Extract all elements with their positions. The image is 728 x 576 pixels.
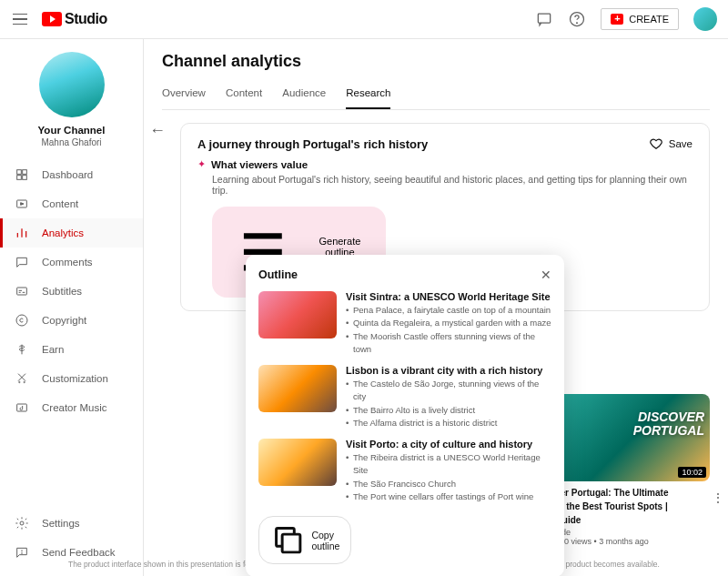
outline-thumb	[258, 365, 337, 412]
sidebar-item-content[interactable]: Content	[0, 189, 143, 218]
svg-rect-0	[539, 14, 551, 23]
svg-point-13	[20, 521, 24, 525]
svg-point-14	[22, 553, 23, 554]
comments-icon	[15, 255, 29, 269]
sidebar-item-copyright[interactable]: Copyright	[0, 306, 143, 335]
svg-rect-3	[17, 170, 22, 175]
tab-overview[interactable]: Overview	[162, 82, 206, 109]
feedback-icon	[15, 545, 29, 560]
video-card[interactable]: DISCOVERPORTUGAL 10:02 ver Portugal: The…	[555, 394, 710, 546]
svg-point-2	[577, 23, 578, 24]
create-video-icon	[611, 14, 623, 25]
outline-item: Lisbon is a vibrant city with a rich his…	[258, 365, 551, 429]
svg-rect-8	[17, 288, 27, 295]
app-header: Studio CREATE	[0, 0, 728, 39]
channel-title: Your Channel	[0, 125, 143, 136]
save-button[interactable]: Save	[649, 136, 693, 151]
help-icon[interactable]	[568, 10, 586, 28]
svg-point-11	[24, 381, 25, 382]
sparkle-icon: ✦	[197, 158, 206, 170]
sidebar-item-dashboard[interactable]: Dashboard	[0, 160, 143, 189]
sidebar: Your Channel Mahna Ghafori Dashboard Con…	[0, 39, 144, 576]
analytics-icon	[15, 226, 29, 240]
content-icon	[15, 197, 29, 211]
outline-thumb	[258, 291, 337, 339]
copy-icon	[270, 522, 306, 558]
sidebar-item-settings[interactable]: Settings	[0, 509, 143, 538]
value-title: What viewers value	[211, 159, 308, 170]
svg-point-9	[16, 315, 27, 326]
copy-outline-button[interactable]: Copy outline	[258, 516, 351, 564]
create-button[interactable]: CREATE	[601, 8, 679, 30]
copyright-icon	[15, 313, 29, 328]
chat-icon[interactable]	[535, 10, 553, 28]
channel-avatar	[39, 52, 105, 117]
music-icon	[15, 400, 29, 415]
user-avatar[interactable]	[693, 7, 717, 31]
studio-logo[interactable]: Studio	[42, 11, 107, 27]
popup-title: Outline	[258, 268, 298, 281]
tab-content[interactable]: Content	[226, 82, 262, 109]
outline-item: Visit Porto: a city of culture and histo…	[258, 439, 551, 503]
dashboard-icon	[15, 167, 29, 182]
outline-thumb	[258, 439, 337, 486]
value-desc: Learning about Portugal's rich history, …	[212, 174, 693, 196]
channel-name: Mahna Ghafori	[0, 137, 143, 147]
sidebar-item-comments[interactable]: Comments	[0, 248, 143, 277]
sidebar-item-subtitles[interactable]: Subtitles	[0, 277, 143, 306]
thumb-overlay-text: DISCOVERPORTUGAL	[633, 410, 704, 438]
earn-icon	[15, 342, 29, 357]
tab-audience[interactable]: Audience	[282, 82, 326, 109]
menu-icon[interactable]	[11, 10, 29, 28]
settings-icon	[15, 516, 29, 531]
tab-research[interactable]: Research	[346, 82, 390, 109]
youtube-play-icon	[42, 12, 62, 26]
svg-rect-5	[17, 176, 22, 180]
svg-point-10	[19, 381, 20, 382]
heart-icon	[649, 136, 663, 151]
page-title: Channel analytics	[162, 52, 710, 71]
back-arrow-icon[interactable]: ←	[149, 121, 166, 140]
svg-rect-4	[23, 170, 27, 175]
analytics-tabs: Overview Content Audience Research	[162, 82, 710, 110]
subtitles-icon	[15, 284, 29, 298]
svg-rect-15	[282, 534, 300, 552]
sidebar-item-creator-music[interactable]: Creator Music	[0, 393, 143, 422]
close-icon[interactable]: ✕	[541, 268, 551, 282]
video-duration: 10:02	[678, 467, 706, 478]
svg-rect-6	[23, 176, 27, 180]
outline-item: Visit Sintra: a UNESCO World Heritage Si…	[258, 291, 551, 356]
customization-icon	[15, 371, 29, 386]
channel-block[interactable]: Your Channel Mahna Ghafori	[0, 52, 143, 160]
sidebar-item-customization[interactable]: Customization	[0, 364, 143, 393]
create-label: CREATE	[629, 14, 669, 25]
outline-popup: Outline ✕ Visit Sintra: a UNESCO World H…	[246, 255, 564, 576]
sidebar-item-analytics[interactable]: Analytics	[0, 218, 143, 248]
logo-text: Studio	[65, 11, 107, 27]
sidebar-item-earn[interactable]: Earn	[0, 335, 143, 364]
more-icon[interactable]: ⋮	[712, 490, 724, 505]
card-title: A journey through Portugal's rich histor…	[197, 137, 428, 151]
